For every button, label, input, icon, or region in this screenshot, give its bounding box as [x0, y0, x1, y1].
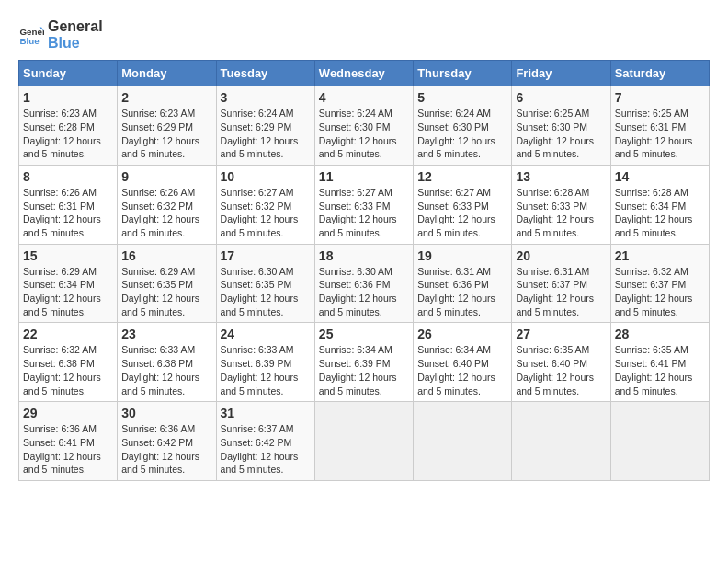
week-row-5: 29Sunrise: 6:36 AMSunset: 6:41 PMDayligh…	[19, 402, 710, 481]
calendar-cell-9: 9Sunrise: 6:26 AMSunset: 6:32 PMDaylight…	[118, 165, 216, 244]
day-info: Sunrise: 6:26 AMSunset: 6:31 PMDaylight:…	[23, 186, 113, 240]
calendar-cell-19: 19Sunrise: 6:31 AMSunset: 6:36 PMDayligh…	[414, 244, 512, 323]
day-info: Sunrise: 6:26 AMSunset: 6:32 PMDaylight:…	[121, 186, 211, 240]
calendar-cell-10: 10Sunrise: 6:27 AMSunset: 6:32 PMDayligh…	[216, 165, 314, 244]
day-number: 26	[417, 327, 507, 341]
empty-cell	[512, 402, 610, 481]
calendar-cell-12: 12Sunrise: 6:27 AMSunset: 6:33 PMDayligh…	[414, 165, 512, 244]
day-number: 1	[23, 90, 113, 105]
day-number: 22	[23, 327, 113, 341]
day-number: 19	[417, 248, 507, 263]
day-number: 21	[615, 248, 705, 263]
day-info: Sunrise: 6:35 AMSunset: 6:41 PMDaylight:…	[615, 343, 705, 397]
day-info: Sunrise: 6:30 AMSunset: 6:36 PMDaylight:…	[319, 265, 409, 319]
day-info: Sunrise: 6:37 AMSunset: 6:42 PMDaylight:…	[221, 422, 311, 477]
day-number: 23	[121, 327, 211, 341]
calendar-cell-5: 5Sunrise: 6:24 AMSunset: 6:30 PMDaylight…	[414, 86, 512, 166]
day-info: Sunrise: 6:36 AMSunset: 6:41 PMDaylight:…	[23, 422, 113, 477]
header-day-monday: Monday	[118, 61, 216, 86]
day-info: Sunrise: 6:23 AMSunset: 6:29 PMDaylight:…	[121, 107, 211, 161]
calendar-cell-13: 13Sunrise: 6:28 AMSunset: 6:33 PMDayligh…	[512, 165, 610, 244]
logo: General Blue General Blue	[18, 18, 103, 51]
logo-icon: General Blue	[18, 22, 44, 48]
calendar-cell-21: 21Sunrise: 6:32 AMSunset: 6:37 PMDayligh…	[610, 244, 709, 323]
calendar-cell-30: 30Sunrise: 6:36 AMSunset: 6:42 PMDayligh…	[118, 402, 216, 481]
day-info: Sunrise: 6:33 AMSunset: 6:39 PMDaylight:…	[221, 343, 311, 397]
day-number: 15	[23, 248, 113, 263]
calendar-cell-29: 29Sunrise: 6:36 AMSunset: 6:41 PMDayligh…	[19, 402, 118, 481]
calendar-cell-8: 8Sunrise: 6:26 AMSunset: 6:31 PMDaylight…	[19, 165, 118, 244]
day-number: 30	[121, 406, 211, 420]
day-info: Sunrise: 6:31 AMSunset: 6:37 PMDaylight:…	[516, 265, 606, 319]
day-number: 8	[23, 169, 113, 184]
calendar-cell-22: 22Sunrise: 6:32 AMSunset: 6:38 PMDayligh…	[19, 323, 118, 402]
header-day-thursday: Thursday	[414, 61, 512, 86]
calendar-cell-28: 28Sunrise: 6:35 AMSunset: 6:41 PMDayligh…	[610, 323, 709, 402]
day-info: Sunrise: 6:35 AMSunset: 6:40 PMDaylight:…	[516, 343, 606, 397]
day-number: 7	[615, 90, 705, 105]
day-info: Sunrise: 6:24 AMSunset: 6:30 PMDaylight:…	[319, 107, 409, 161]
day-info: Sunrise: 6:34 AMSunset: 6:40 PMDaylight:…	[417, 343, 507, 397]
header-day-sunday: Sunday	[19, 61, 118, 86]
calendar-cell-23: 23Sunrise: 6:33 AMSunset: 6:38 PMDayligh…	[118, 323, 216, 402]
day-number: 2	[121, 90, 211, 105]
day-number: 9	[121, 169, 211, 184]
day-info: Sunrise: 6:32 AMSunset: 6:38 PMDaylight:…	[23, 343, 113, 397]
empty-cell	[414, 402, 512, 481]
calendar-cell-3: 3Sunrise: 6:24 AMSunset: 6:29 PMDaylight…	[216, 86, 314, 166]
day-info: Sunrise: 6:32 AMSunset: 6:37 PMDaylight:…	[615, 265, 705, 319]
day-info: Sunrise: 6:25 AMSunset: 6:31 PMDaylight:…	[615, 107, 705, 161]
day-number: 28	[615, 327, 705, 341]
header-row: SundayMondayTuesdayWednesdayThursdayFrid…	[19, 61, 710, 86]
header-day-saturday: Saturday	[610, 61, 709, 86]
logo-general: General	[48, 18, 103, 35]
svg-text:Blue: Blue	[19, 35, 40, 45]
calendar-cell-7: 7Sunrise: 6:25 AMSunset: 6:31 PMDaylight…	[610, 86, 709, 166]
empty-cell	[610, 402, 709, 481]
calendar-cell-24: 24Sunrise: 6:33 AMSunset: 6:39 PMDayligh…	[216, 323, 314, 402]
day-number: 12	[417, 169, 507, 184]
calendar-cell-4: 4Sunrise: 6:24 AMSunset: 6:30 PMDaylight…	[314, 86, 413, 166]
day-info: Sunrise: 6:24 AMSunset: 6:29 PMDaylight:…	[221, 107, 311, 161]
day-number: 10	[221, 169, 311, 184]
header-day-friday: Friday	[512, 61, 610, 86]
day-number: 25	[319, 327, 409, 341]
day-info: Sunrise: 6:28 AMSunset: 6:34 PMDaylight:…	[615, 186, 705, 240]
day-info: Sunrise: 6:27 AMSunset: 6:33 PMDaylight:…	[417, 186, 507, 240]
calendar-cell-18: 18Sunrise: 6:30 AMSunset: 6:36 PMDayligh…	[314, 244, 413, 323]
calendar-cell-14: 14Sunrise: 6:28 AMSunset: 6:34 PMDayligh…	[610, 165, 709, 244]
empty-cell	[314, 402, 413, 481]
day-number: 20	[516, 248, 606, 263]
calendar-cell-16: 16Sunrise: 6:29 AMSunset: 6:35 PMDayligh…	[118, 244, 216, 323]
day-number: 14	[615, 169, 705, 184]
week-row-1: 1Sunrise: 6:23 AMSunset: 6:28 PMDaylight…	[19, 86, 710, 166]
day-number: 11	[319, 169, 409, 184]
day-number: 13	[516, 169, 606, 184]
day-info: Sunrise: 6:29 AMSunset: 6:35 PMDaylight:…	[121, 265, 211, 319]
day-info: Sunrise: 6:36 AMSunset: 6:42 PMDaylight:…	[121, 422, 211, 477]
header-day-wednesday: Wednesday	[314, 61, 413, 86]
calendar-cell-25: 25Sunrise: 6:34 AMSunset: 6:39 PMDayligh…	[314, 323, 413, 402]
day-number: 4	[319, 90, 409, 105]
day-number: 18	[319, 248, 409, 263]
day-info: Sunrise: 6:29 AMSunset: 6:34 PMDaylight:…	[23, 265, 113, 319]
day-number: 6	[516, 90, 606, 105]
calendar-cell-6: 6Sunrise: 6:25 AMSunset: 6:30 PMDaylight…	[512, 86, 610, 166]
calendar-cell-11: 11Sunrise: 6:27 AMSunset: 6:33 PMDayligh…	[314, 165, 413, 244]
day-info: Sunrise: 6:23 AMSunset: 6:28 PMDaylight:…	[23, 107, 113, 161]
day-info: Sunrise: 6:25 AMSunset: 6:30 PMDaylight:…	[516, 107, 606, 161]
day-info: Sunrise: 6:31 AMSunset: 6:36 PMDaylight:…	[417, 265, 507, 319]
day-info: Sunrise: 6:27 AMSunset: 6:33 PMDaylight:…	[319, 186, 409, 240]
day-number: 31	[221, 406, 311, 420]
header: General Blue General Blue	[18, 18, 710, 51]
calendar-cell-2: 2Sunrise: 6:23 AMSunset: 6:29 PMDaylight…	[118, 86, 216, 166]
calendar-cell-17: 17Sunrise: 6:30 AMSunset: 6:35 PMDayligh…	[216, 244, 314, 323]
day-info: Sunrise: 6:27 AMSunset: 6:32 PMDaylight:…	[221, 186, 311, 240]
day-number: 16	[121, 248, 211, 263]
week-row-3: 15Sunrise: 6:29 AMSunset: 6:34 PMDayligh…	[19, 244, 710, 323]
logo-blue: Blue	[48, 35, 103, 52]
day-number: 5	[417, 90, 507, 105]
header-day-tuesday: Tuesday	[216, 61, 314, 86]
calendar-cell-31: 31Sunrise: 6:37 AMSunset: 6:42 PMDayligh…	[216, 402, 314, 481]
calendar-cell-1: 1Sunrise: 6:23 AMSunset: 6:28 PMDaylight…	[19, 86, 118, 166]
